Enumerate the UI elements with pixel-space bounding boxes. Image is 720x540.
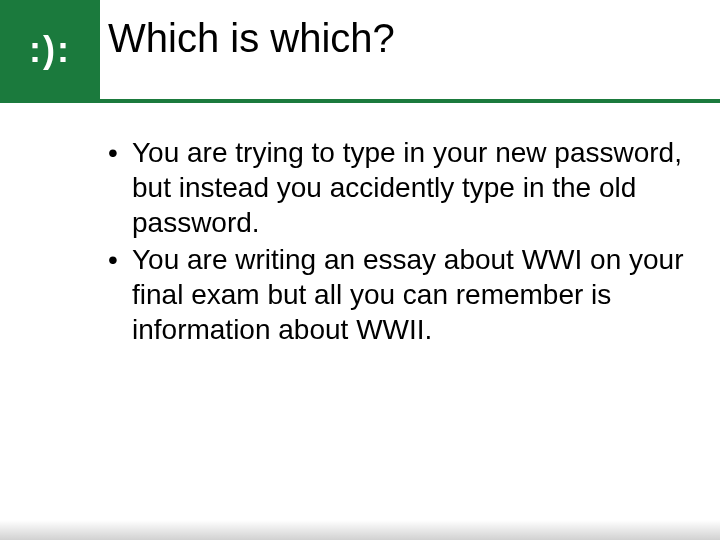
slide-title: Which is which? xyxy=(108,16,710,61)
logo-icon: :): xyxy=(29,29,71,71)
list-item: You are writing an essay about WWI on yo… xyxy=(108,242,696,347)
body: You are trying to type in your new passw… xyxy=(108,135,696,349)
footer-shadow xyxy=(0,520,720,540)
logo-block: :): xyxy=(0,0,100,100)
list-item: You are trying to type in your new passw… xyxy=(108,135,696,240)
slide: :): Which is which? You are trying to ty… xyxy=(0,0,720,540)
title-area: Which is which? xyxy=(108,16,710,86)
divider-line xyxy=(0,99,720,103)
bullet-list: You are trying to type in your new passw… xyxy=(108,135,696,347)
header: :): Which is which? xyxy=(0,0,720,100)
